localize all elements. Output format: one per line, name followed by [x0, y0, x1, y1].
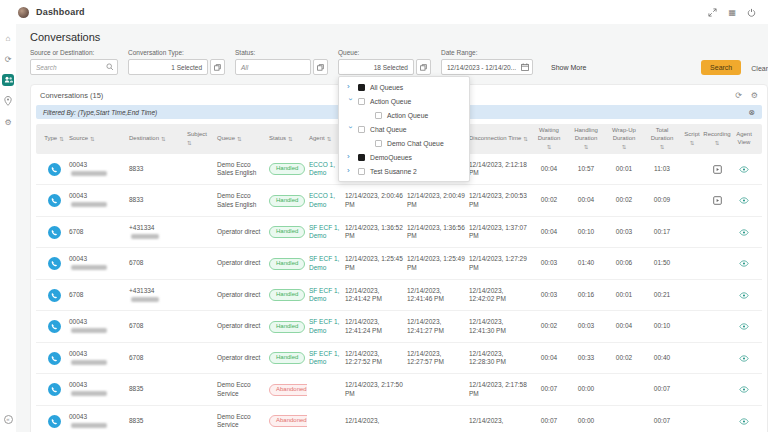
nav-location-icon[interactable] [2, 95, 14, 107]
table-row[interactable]: 000438835Demo Ecco ServiceAbandoned12/14… [36, 406, 762, 432]
agent-link[interactable]: ECCO 1, Demo [309, 161, 335, 176]
agent-view-icon[interactable] [733, 418, 755, 425]
chevron-down-icon[interactable]: › [346, 98, 354, 104]
apps-grid-icon[interactable]: ▦ [728, 8, 736, 17]
cell-agent-view[interactable] [731, 290, 757, 301]
cell-agent-view[interactable] [731, 258, 757, 269]
nav-home-icon[interactable]: ⌂ [2, 32, 14, 44]
table-settings-icon[interactable]: ⚙ [751, 91, 758, 100]
search-button[interactable]: Search [701, 60, 741, 75]
status-options-button[interactable] [313, 59, 328, 75]
chevron-right-icon[interactable]: › [347, 167, 353, 175]
refresh-icon[interactable]: ⟳ [735, 91, 742, 100]
calendar-icon[interactable] [521, 63, 529, 71]
sort-icon[interactable]: ⇅ [622, 144, 627, 151]
dismiss-filter-icon[interactable]: ⊗ [748, 108, 755, 117]
queue-checkbox[interactable] [358, 154, 365, 161]
agent-view-icon[interactable] [733, 386, 755, 393]
column-header-wrap-up-duration[interactable]: Wrap-Up Duration⇅ [605, 124, 643, 154]
column-header-queue[interactable]: Queue⇅ [215, 132, 267, 146]
queue-dropdown-item[interactable]: ›Action Queue [339, 94, 469, 108]
agent-view-icon[interactable] [733, 260, 755, 267]
recording-icon[interactable] [705, 165, 729, 174]
cell-agent-view[interactable] [731, 416, 757, 427]
table-row[interactable]: 000438833Demo Ecco Sales EnglishHandledE… [36, 185, 762, 217]
queue-checkbox[interactable] [358, 168, 365, 175]
sort-icon[interactable]: ⇅ [660, 144, 665, 151]
column-header-source[interactable]: Source⇅ [67, 132, 127, 146]
agent-link[interactable]: SF ECF 1, Demo [309, 287, 339, 302]
queue-checkbox[interactable] [358, 98, 365, 105]
cell-agent[interactable]: SF ECF 1, Demo [307, 253, 343, 274]
agent-view-icon[interactable] [733, 323, 755, 330]
chevron-right-icon[interactable]: › [347, 153, 353, 161]
sort-icon[interactable]: ⇅ [690, 140, 695, 147]
column-header-destination[interactable]: Destination⇅ [127, 132, 185, 146]
queue-select[interactable]: 18 Selected [338, 59, 414, 75]
expand-icon[interactable] [708, 8, 717, 17]
clear-button[interactable]: Clear [751, 65, 768, 75]
nav-sync-icon[interactable]: ⟳ [2, 53, 14, 65]
cell-agent-view[interactable] [731, 164, 757, 175]
sort-icon[interactable]: ⇅ [523, 136, 528, 143]
queue-dropdown-item[interactable]: ›All Queues [339, 80, 469, 94]
column-header-handling-duration[interactable]: Handling Duration⇅ [567, 124, 605, 154]
cell-agent[interactable]: ECCO 1, Demo [307, 190, 343, 211]
sort-icon[interactable]: ⇅ [237, 136, 242, 143]
queue-checkbox[interactable] [358, 126, 365, 133]
column-header-recording[interactable]: Recording⇅ [703, 128, 731, 150]
column-header-script[interactable]: Script⇅ [681, 128, 703, 150]
conversation-type-select[interactable]: 1 Selected [128, 59, 208, 75]
table-row[interactable]: 000436708Operator directHandledSF ECF 1,… [36, 248, 762, 280]
queue-dropdown-item[interactable]: ›Test Susanne 2 [339, 164, 469, 178]
agent-link[interactable]: SF ECF 1, Demo [309, 255, 339, 270]
sort-icon[interactable]: ⇅ [547, 144, 552, 151]
conversation-type-options-button[interactable] [210, 59, 225, 75]
column-header-subject[interactable]: Subject⇅ [185, 128, 215, 150]
sort-icon[interactable]: ⇅ [327, 136, 332, 143]
agent-link[interactable]: SF ECF 1, Demo [309, 224, 339, 239]
cell-agent-view[interactable] [731, 227, 757, 238]
chevron-down-icon[interactable]: › [346, 126, 354, 132]
cell-agent-view[interactable] [731, 321, 757, 332]
nav-settings-icon[interactable]: ⚙ [2, 116, 14, 128]
date-range-input[interactable]: 12/14/2023 - 12/14/20... [441, 59, 533, 75]
cell-recording[interactable] [703, 163, 731, 176]
agent-view-icon[interactable] [733, 292, 755, 299]
column-header-type[interactable]: Type⇅ [41, 132, 67, 146]
cell-agent[interactable]: SF ECF 1, Demo [307, 285, 343, 306]
nav-conversations-icon[interactable] [2, 74, 14, 86]
queue-checkbox[interactable] [375, 140, 382, 147]
column-header-waiting-duration[interactable]: Waiting Duration⇅ [531, 124, 567, 154]
collapse-sidebar-icon[interactable]: « [4, 415, 13, 424]
column-header-status[interactable]: Status⇅ [267, 132, 307, 146]
cell-recording[interactable] [703, 194, 731, 207]
sort-icon[interactable]: ⇅ [59, 136, 64, 143]
cell-agent[interactable]: SF ECF 1, Demo [307, 348, 343, 369]
cell-agent-view[interactable] [731, 195, 757, 206]
sort-icon[interactable]: ⇅ [161, 136, 166, 143]
agent-link[interactable]: SF ECF 1, Demo [309, 318, 339, 333]
table-row[interactable]: 000436708Operator directHandledSF ECF 1,… [36, 311, 762, 343]
sort-icon[interactable]: ⇅ [288, 136, 293, 143]
sort-icon[interactable]: ⇅ [715, 140, 720, 147]
sort-icon[interactable]: ⇅ [584, 144, 589, 151]
chevron-right-icon[interactable]: › [347, 83, 353, 91]
queue-checkbox[interactable] [375, 112, 382, 119]
table-row[interactable]: 000436708Operator directHandledSF ECF 1,… [36, 343, 762, 375]
agent-link[interactable]: ECCO 1, Demo [309, 192, 335, 207]
queue-dropdown-item[interactable]: ›Chat Queue [339, 122, 469, 136]
cell-agent-view[interactable] [731, 353, 757, 364]
show-more-link[interactable]: Show More [551, 64, 586, 75]
queue-dropdown-item[interactable]: Demo Chat Queue [339, 136, 469, 150]
queue-dropdown-item[interactable]: ›DemoQueues [339, 150, 469, 164]
queue-options-button[interactable] [416, 59, 431, 75]
power-icon[interactable] [747, 8, 756, 17]
table-row[interactable]: 6708+431334Operator directHandledSF ECF … [36, 217, 762, 249]
agent-view-icon[interactable] [733, 355, 755, 362]
cell-agent[interactable]: SF ECF 1, Demo [307, 316, 343, 337]
agent-view-icon[interactable] [733, 166, 755, 173]
cell-agent-view[interactable] [731, 384, 757, 395]
agent-view-icon[interactable] [733, 197, 755, 204]
agent-link[interactable]: SF ECF 1, Demo [309, 350, 339, 365]
